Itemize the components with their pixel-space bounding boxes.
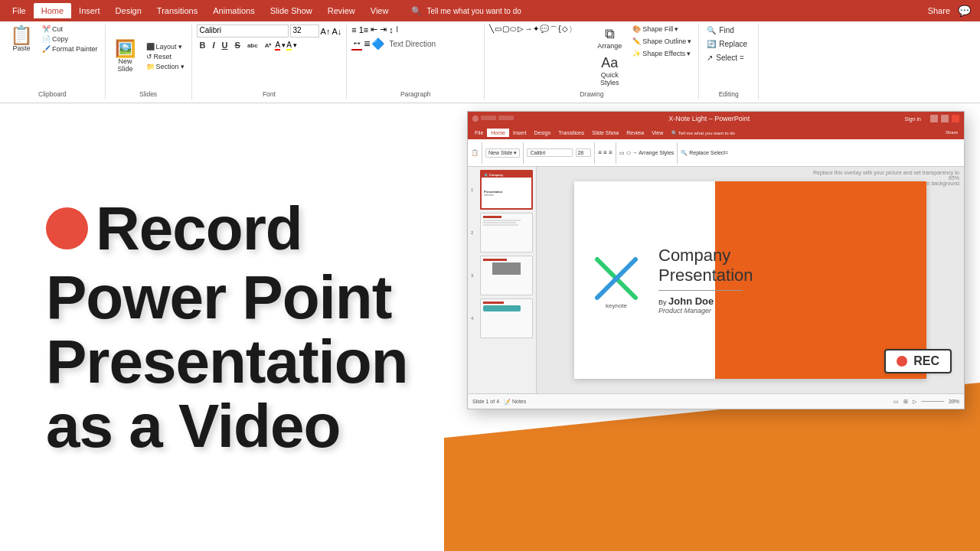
- ppt-view-reading-icon[interactable]: ▷: [913, 399, 916, 405]
- ppt-mini-tab-review[interactable]: Review: [622, 129, 648, 137]
- superscript-button[interactable]: Aᵃ: [262, 41, 275, 50]
- slide1-company-thumb: Company: [489, 173, 503, 177]
- highlight-color-button[interactable]: A▾: [286, 41, 297, 51]
- slide2-line1: [483, 220, 521, 221]
- ppt-close-button[interactable]: [952, 115, 959, 122]
- tab-slideshow[interactable]: Slide Show: [263, 3, 320, 18]
- decrease-indent-button[interactable]: ⇤: [371, 24, 377, 34]
- ppt-view-slide-icon[interactable]: ⊞: [903, 399, 908, 405]
- ppt-mini-ribbon-tabs: File Home Insert Design Transitions Slid…: [468, 126, 964, 139]
- ppt-maximize-button[interactable]: [941, 115, 949, 122]
- find-button[interactable]: 🔍 Find: [704, 24, 750, 36]
- font-size-selector[interactable]: 32: [290, 24, 319, 37]
- ppt-zoom-slider[interactable]: ──────: [921, 399, 944, 404]
- ppt-mini-para: ≡ ≡ ≡: [598, 149, 612, 156]
- share-btn[interactable]: Share: [928, 6, 958, 15]
- ppt-mini-tab-home[interactable]: Home: [487, 129, 509, 137]
- layout-button[interactable]: ⬛ Layout ▾: [144, 42, 187, 51]
- ppt-titlebar: X-Note Light – PowerPoint Sign in: [468, 112, 964, 126]
- underline-button[interactable]: U: [219, 40, 231, 51]
- decrease-font-size-button[interactable]: A↓: [332, 27, 341, 36]
- line-spacing-button[interactable]: ↕: [389, 25, 394, 34]
- paste-icon: 📋: [10, 26, 33, 44]
- ppt-mini-tab-slideshow[interactable]: Slide Show: [588, 129, 622, 137]
- ribbon-body: 📋 Paste ✂️ Cut 📄 Copy 🖌️ Format Painter …: [0, 21, 980, 103]
- slide2-bar: [483, 216, 501, 218]
- slide-thumb-4[interactable]: [480, 298, 533, 338]
- bold-button[interactable]: B: [197, 40, 209, 51]
- ppt-keynote-label: keynote: [606, 302, 627, 309]
- ribbon: File Home Insert Design Transitions Anim…: [0, 0, 980, 103]
- shape-fill-button[interactable]: 🎨 Shape Fill ▾: [630, 24, 694, 34]
- main-content: Record Power Point Presentation as a Vid…: [0, 103, 980, 551]
- slide-item-2[interactable]: 2: [471, 213, 533, 253]
- increase-indent-button[interactable]: ⇥: [380, 24, 387, 34]
- ppt-share[interactable]: Share: [946, 130, 961, 135]
- font-color-button[interactable]: A▾: [275, 41, 286, 51]
- tab-view[interactable]: View: [363, 3, 397, 18]
- select-button[interactable]: ↗ Select =: [704, 52, 750, 64]
- ppt-fontsize-input[interactable]: 28: [576, 148, 591, 157]
- paste-button[interactable]: 📋 Paste: [6, 24, 37, 54]
- shapes-gallery[interactable]: ╲ ▭ ▢ ⬭ ▷ → ✦ 💬 ⌒ { ◇ 〉: [489, 24, 589, 35]
- slide-thumb-1[interactable]: ✕ Company Presentation John Doe: [480, 170, 533, 210]
- ppt-new-slide-btn[interactable]: New Slide ▾: [485, 148, 520, 158]
- slides-label: Slides: [106, 90, 191, 98]
- ppt-signin[interactable]: Sign in: [905, 116, 921, 122]
- slide2-line2: [483, 222, 516, 223]
- increase-font-size-button[interactable]: A↑: [321, 27, 331, 36]
- convert-smartart-button[interactable]: 🔷: [371, 37, 384, 50]
- new-slide-button[interactable]: 🖼️ New Slide: [110, 39, 141, 74]
- ppt-paste-icon[interactable]: 📋: [471, 149, 479, 156]
- rec-button[interactable]: REC: [884, 349, 952, 373]
- shape-outline-button[interactable]: ✏️ Shape Outline ▾: [630, 37, 694, 46]
- bullets-button[interactable]: ≡: [351, 25, 356, 34]
- tell-me: Tell me what you want to do: [426, 7, 521, 15]
- copy-button[interactable]: 📄 Copy: [40, 34, 100, 44]
- ppt-mini-tab-view[interactable]: View: [648, 129, 667, 137]
- tab-design[interactable]: Design: [108, 3, 149, 18]
- ppt-mini-tab-insert[interactable]: Insert: [509, 129, 531, 137]
- ppt-minimize-button[interactable]: [930, 115, 938, 122]
- section-button[interactable]: 📁 Section ▾: [144, 62, 187, 71]
- slide-thumb-2[interactable]: [480, 213, 533, 253]
- text-direction-label: Text Direction: [389, 40, 436, 48]
- tab-animations[interactable]: Animations: [205, 3, 262, 18]
- ppt-x-logo-svg: [590, 252, 643, 305]
- reset-button[interactable]: ↺ Reset: [144, 52, 187, 61]
- shape-effects-button[interactable]: ✨ Shape Effects ▾: [630, 49, 694, 58]
- tab-file[interactable]: File: [5, 3, 34, 18]
- strikethrough-button[interactable]: S: [232, 40, 243, 51]
- align-text-button[interactable]: ≡: [364, 37, 370, 50]
- tab-transitions[interactable]: Transitions: [149, 3, 205, 18]
- format-painter-button[interactable]: 🖌️ Format Painter: [40, 44, 100, 54]
- font-label: Font: [192, 90, 347, 98]
- ppt-mini-tab-file[interactable]: File: [471, 129, 487, 137]
- ppt-company-name: Company Presentation: [658, 246, 911, 286]
- slide-thumb-3[interactable]: [480, 256, 533, 295]
- cut-button[interactable]: ✂️ Cut: [40, 24, 100, 34]
- tab-review[interactable]: Review: [320, 3, 363, 18]
- ppt-notes-icon[interactable]: 📝 Notes: [504, 399, 526, 405]
- slide-item-3[interactable]: 3: [471, 256, 533, 295]
- ppt-mini-tab-transitions[interactable]: Transitions: [554, 129, 588, 137]
- font-name-selector[interactable]: Calibri: [197, 24, 289, 37]
- ppt-view-normal-icon[interactable]: ▭: [893, 399, 899, 405]
- title-word-presentation: Presentation: [46, 331, 421, 393]
- columns-button[interactable]: ⁞: [396, 24, 399, 34]
- numbering-button[interactable]: 1≡: [359, 25, 369, 34]
- replace-button[interactable]: 🔄 Replace: [704, 38, 750, 50]
- quick-styles-button[interactable]: Aa Quick Styles: [593, 54, 626, 88]
- slide-item-1[interactable]: 1 ✕ Company Presentation John Doe: [471, 170, 533, 210]
- arrange-button[interactable]: ⧉ Arrange: [593, 24, 626, 51]
- text-direction-button[interactable]: ↔: [351, 37, 362, 51]
- slide-num-1: 1: [471, 187, 479, 192]
- ppt-font-input[interactable]: Calibri: [527, 148, 573, 157]
- italic-button[interactable]: I: [210, 40, 218, 51]
- ppt-mini-tab-design[interactable]: Design: [530, 129, 554, 137]
- subscript-button[interactable]: abc: [244, 41, 261, 50]
- tab-insert[interactable]: Insert: [71, 3, 108, 18]
- paragraph-label: Paragraph: [347, 90, 484, 98]
- slide-item-4[interactable]: 4: [471, 298, 533, 338]
- tab-home[interactable]: Home: [34, 3, 71, 18]
